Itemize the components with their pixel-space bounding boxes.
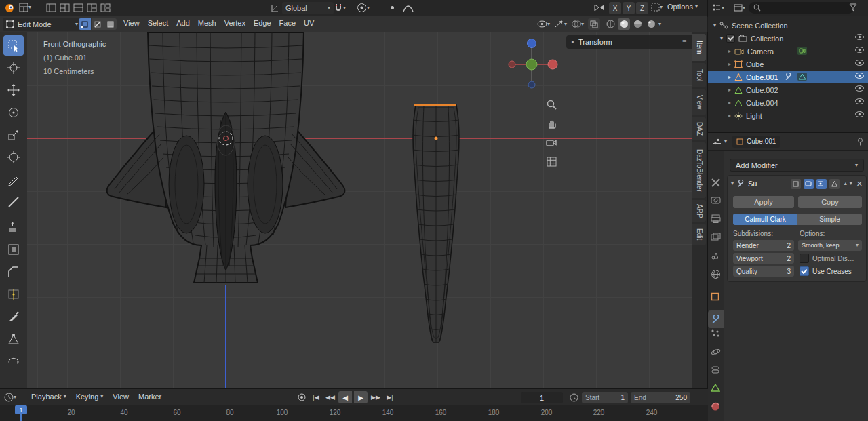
- menu-face[interactable]: Face: [275, 19, 300, 27]
- viewport-3d[interactable]: Front Orthographic (1) Cube.001 10 Centi…: [27, 32, 692, 388]
- workspace-icon[interactable]: [73, 3, 83, 13]
- editor-type-button[interactable]: ▾: [19, 3, 31, 12]
- close-icon[interactable]: ✕: [856, 180, 863, 188]
- tab-data-icon[interactable]: [711, 384, 720, 392]
- jump-to-start-button[interactable]: |◀: [310, 391, 322, 403]
- modifier-name[interactable]: Su: [748, 180, 757, 188]
- tool-transform[interactable]: [3, 147, 24, 167]
- proportional-editing-toggle[interactable]: ▾: [357, 3, 370, 13]
- timeline-editor-type-button[interactable]: ▾: [4, 393, 16, 402]
- show-gizmo-toggle[interactable]: ▾: [537, 20, 550, 28]
- shading-material-button[interactable]: [631, 18, 644, 30]
- mode-dropdown[interactable]: Edit Mode ▾: [3, 18, 81, 31]
- eye-icon[interactable]: [855, 73, 864, 79]
- timeline-ruler[interactable]: 20 40 60 80 100 120 140 160 180 200 220 …: [0, 405, 708, 421]
- catmull-clark-button[interactable]: Catmull-Clark: [733, 214, 797, 225]
- mesh-front-view[interactable]: [98, 32, 356, 289]
- xray-toggle[interactable]: [588, 18, 600, 30]
- tab-view[interactable]: View: [692, 89, 706, 115]
- frame-end-field[interactable]: End 250: [631, 392, 690, 403]
- modifier-badge-wrench-icon[interactable]: [784, 73, 793, 81]
- uv-smooth-dropdown[interactable]: Smooth, keep … ▾: [798, 240, 862, 251]
- render-subdivisions-field[interactable]: Render 2: [733, 240, 794, 251]
- auto-keyframe-icon[interactable]: [570, 393, 578, 402]
- tab-constraints-icon[interactable]: [711, 365, 720, 374]
- menu-edge[interactable]: Edge: [250, 19, 275, 27]
- outliner-filter-button[interactable]: [849, 3, 857, 12]
- select-mode-vertex-button[interactable]: [79, 18, 91, 30]
- snap-extra-toggle[interactable]: ▾: [651, 3, 663, 12]
- tool-loop-cut[interactable]: [3, 284, 24, 304]
- tool-inset[interactable]: [3, 239, 24, 260]
- play-reverse-button[interactable]: ◀: [338, 391, 352, 403]
- workspace-icon[interactable]: [46, 3, 56, 13]
- menu-vertex[interactable]: Vertex: [220, 19, 250, 27]
- snap-target-icon[interactable]: [388, 3, 397, 12]
- mirror-x-button[interactable]: X: [609, 2, 621, 14]
- menu-playback[interactable]: Playback▾: [27, 393, 71, 401]
- tab-tool[interactable]: Tool: [692, 63, 706, 87]
- tool-select-box[interactable]: [3, 35, 24, 56]
- tool-move[interactable]: [3, 80, 24, 100]
- eye-icon[interactable]: [855, 111, 864, 117]
- tool-bevel[interactable]: [3, 262, 24, 282]
- jump-to-end-button[interactable]: ▶|: [384, 391, 396, 403]
- chevron-down-icon[interactable]: ▾: [731, 181, 734, 186]
- eye-icon[interactable]: [855, 98, 864, 104]
- toggle-render-icon[interactable]: [816, 179, 827, 189]
- pan-button[interactable]: [544, 116, 559, 131]
- eye-icon[interactable]: [855, 34, 864, 40]
- disclosure-icon[interactable]: ▸: [728, 87, 731, 93]
- tab-output-icon[interactable]: [711, 214, 721, 223]
- camera-data-badge[interactable]: [797, 47, 807, 55]
- previous-keyframe-button[interactable]: ◀◀: [324, 391, 336, 403]
- menu-uv[interactable]: UV: [300, 19, 318, 27]
- current-frame-field[interactable]: 1: [521, 392, 563, 403]
- move-down-icon[interactable]: ▾: [850, 181, 852, 186]
- quality-field[interactable]: Quality 3: [733, 266, 794, 277]
- orientation-dropdown[interactable]: Global ▾: [282, 2, 334, 14]
- outliner-row-scene-collection[interactable]: ▾ Scene Collection: [708, 19, 868, 32]
- copy-button[interactable]: Copy: [798, 196, 862, 208]
- mirror-y-button[interactable]: Y: [623, 2, 635, 14]
- camera-view-button[interactable]: [544, 135, 559, 150]
- blender-logo-icon[interactable]: [4, 3, 15, 14]
- optimal-display-option[interactable]: Optimal Dis…: [800, 254, 854, 263]
- tab-edit[interactable]: Edit: [692, 224, 706, 245]
- disclosure-icon[interactable]: ▸: [728, 49, 731, 54]
- use-creases-checkbox[interactable]: [800, 266, 809, 276]
- disclosure-icon[interactable]: ▸: [728, 100, 731, 106]
- workspace-icon[interactable]: [87, 3, 97, 13]
- workspace-icon[interactable]: [60, 3, 70, 13]
- menu-mesh[interactable]: Mesh: [194, 19, 220, 27]
- tab-material-icon[interactable]: [711, 402, 720, 412]
- select-mode-face-button[interactable]: [104, 18, 117, 30]
- toggle-edit-mode-icon[interactable]: [791, 179, 801, 189]
- viewport-subdivisions-field[interactable]: Viewport 2: [733, 253, 794, 264]
- pin-icon[interactable]: [856, 138, 864, 146]
- eye-icon[interactable]: [855, 47, 864, 53]
- disclosure-icon[interactable]: ▸: [728, 113, 731, 119]
- record-button[interactable]: [296, 391, 308, 403]
- tool-cursor[interactable]: [3, 58, 24, 78]
- outliner-search[interactable]: [749, 2, 854, 14]
- tool-extrude[interactable]: [3, 217, 24, 237]
- next-keyframe-button[interactable]: ▶▶: [370, 391, 382, 403]
- disclosure-icon[interactable]: ▾: [713, 23, 716, 28]
- tool-scale[interactable]: [3, 125, 24, 145]
- tab-physics-icon[interactable]: [711, 347, 721, 357]
- tab-daztoblender[interactable]: DazToBlender: [692, 142, 706, 198]
- move-up-icon[interactable]: ▴: [844, 181, 847, 186]
- tool-spin[interactable]: [3, 351, 24, 372]
- menu-timeline-view[interactable]: View: [108, 393, 133, 401]
- disclosure-icon[interactable]: ▸: [728, 62, 731, 67]
- breadcrumb[interactable]: Cube.001: [732, 136, 780, 148]
- tab-scene-icon[interactable]: [711, 251, 721, 260]
- menu-marker[interactable]: Marker: [134, 393, 165, 401]
- tab-daz[interactable]: DAZ: [692, 117, 706, 140]
- tab-modifiers-active[interactable]: [708, 310, 724, 328]
- navigation-gizmo[interactable]: [505, 37, 587, 98]
- outliner-row-cube-001[interactable]: ▸ Cube.001: [708, 71, 868, 83]
- use-creases-option[interactable]: Use Creases: [800, 266, 852, 276]
- menu-view[interactable]: View: [119, 19, 144, 27]
